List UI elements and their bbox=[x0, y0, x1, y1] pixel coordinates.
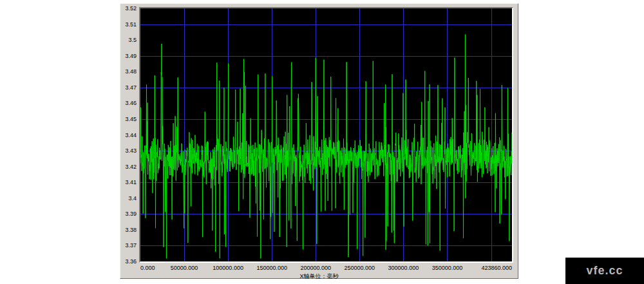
plot-frame bbox=[139, 7, 513, 263]
y-tick-label: 3.36 bbox=[125, 259, 137, 265]
y-tick-label: 3.46 bbox=[125, 100, 137, 106]
x-tick-label: 0.000 bbox=[140, 265, 155, 271]
x-axis-unit-label: X轴单位：毫秒 bbox=[120, 272, 518, 281]
x-tick-label: 300000.000 bbox=[388, 265, 419, 271]
y-tick-label: 3.49 bbox=[125, 53, 137, 59]
watermark-box: vfe.cc bbox=[565, 258, 644, 284]
y-axis-tick-labels: 3.523.513.53.493.483.473.463.453.443.433… bbox=[120, 8, 138, 261]
waveform-panel: 3.523.513.53.493.483.473.463.453.443.433… bbox=[120, 3, 518, 279]
x-tick-label: 350000.000 bbox=[432, 265, 463, 271]
x-tick-label: 423860.000 bbox=[481, 265, 512, 271]
x-tick-label: 150000.000 bbox=[256, 265, 287, 271]
y-tick-label: 3.42 bbox=[125, 164, 137, 170]
y-tick-label: 3.51 bbox=[125, 22, 137, 28]
y-tick-label: 3.45 bbox=[125, 117, 137, 122]
x-tick-label: 100000.000 bbox=[213, 265, 243, 271]
y-tick-label: 3.52 bbox=[125, 6, 137, 12]
x-tick-label: 250000.000 bbox=[345, 265, 375, 271]
y-tick-label: 3.41 bbox=[125, 180, 137, 185]
y-tick-label: 3.43 bbox=[125, 148, 137, 154]
y-tick-label: 3.5 bbox=[128, 37, 137, 43]
x-axis-tick-labels: 0.00050000.000100000.000150000.000200000… bbox=[140, 265, 512, 272]
x-tick-label: 200000.000 bbox=[300, 265, 331, 271]
y-tick-label: 3.39 bbox=[125, 211, 137, 217]
x-tick-label: 50000.000 bbox=[171, 265, 198, 271]
y-tick-label: 3.4 bbox=[128, 196, 137, 202]
page: 3.523.513.53.493.483.473.463.453.443.433… bbox=[0, 0, 644, 284]
y-tick-label: 3.37 bbox=[125, 243, 137, 249]
waveform-plot bbox=[140, 8, 512, 261]
y-tick-label: 3.48 bbox=[125, 69, 137, 75]
watermark-text: vfe.cc bbox=[586, 264, 623, 278]
y-tick-label: 3.44 bbox=[125, 133, 137, 138]
y-tick-label: 3.47 bbox=[125, 85, 137, 91]
y-tick-label: 3.38 bbox=[125, 227, 137, 233]
